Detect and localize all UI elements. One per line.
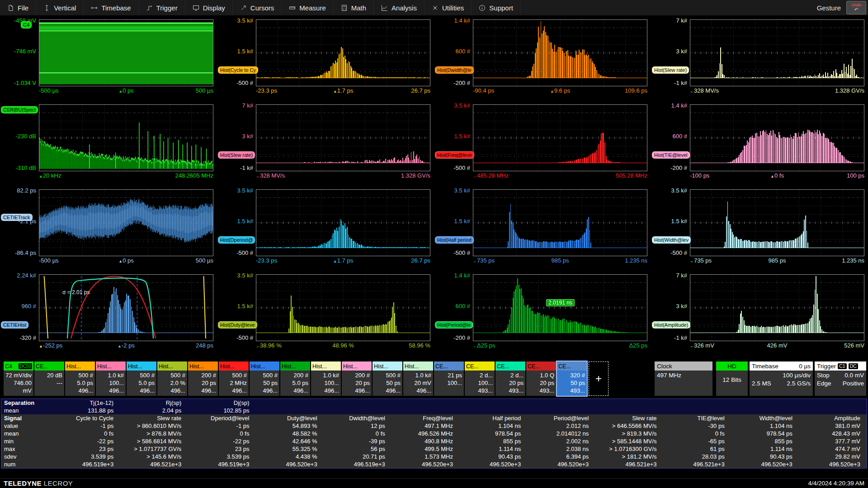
trace-badge-hist-duty[interactable]: Hist(Duty@leve (218, 321, 257, 328)
menu-cursors[interactable]: Cursors (233, 0, 282, 15)
descriptor-header: CE... (495, 361, 525, 371)
descriptor-line: 100... (97, 379, 124, 387)
descriptor-box-9[interactable]: Hist...500 #50 ps496... (250, 361, 279, 396)
descriptor-line: 500 # (220, 371, 247, 379)
menu-display[interactable]: Display (185, 0, 233, 15)
descriptor-line: 496... (220, 387, 247, 394)
descriptor-box-18[interactable]: CE...1.0 Q20 ps493... (526, 361, 556, 396)
descriptor-box-10[interactable]: Hist...200 #5.0 ps496... (280, 361, 310, 396)
descriptor-box-1[interactable]: C4DC5072 mV/div746.00 mV (4, 361, 33, 396)
descriptor-box-7[interactable]: Hist...200 #20 ps496... (188, 361, 218, 396)
descriptor-box-13[interactable]: Hist...500 #50 ps496... (373, 361, 402, 396)
clock-header: Clock (655, 361, 712, 371)
separation-row-label: mean (1, 407, 52, 414)
descriptor-box-19[interactable]: CE...320 #50 ps493... (557, 361, 587, 396)
trace-badge-hist-cycle-to-cycle[interactable]: Hist(Cycle to Cy (218, 66, 258, 74)
descriptor-box-15[interactable]: CE...21 ps100... (434, 361, 464, 396)
signal-cell: 54.893 % (256, 422, 324, 430)
descriptor-box-12[interactable]: Hist...200 #20 ps496... (342, 361, 372, 396)
x-label-right: 1.235 ns (625, 257, 647, 264)
x-label-right: 248 ps (196, 342, 213, 349)
descriptor-box-16[interactable]: CE...2 d...100...493... (465, 361, 495, 396)
trace-badge-hist-period[interactable]: Hist(Period@le (435, 321, 473, 328)
clock-box[interactable]: Clock497 MHz (655, 361, 712, 396)
plot-area-hist-slew-rate-2 (256, 104, 430, 171)
plot-area-hist-slew-rate-1 (690, 19, 864, 86)
coupling-badge: DC50 (19, 363, 32, 369)
descriptor-box-5[interactable]: Hist...500 #5.0 ps496... (127, 361, 156, 396)
x-label-left: -90.4 ps (473, 87, 494, 94)
descriptor-header: Hist... (157, 361, 187, 371)
descriptor-header: Hist... (188, 361, 218, 371)
signal-col-header: Half period (459, 414, 527, 422)
trace-badge-cer-bu-spect[interactable]: CER|BU|Spect (1, 106, 38, 113)
signal-cell: 496.519e+3 (188, 460, 255, 468)
x-axis-labels: ←Δ25 psΔ25 ps (473, 342, 647, 351)
descriptor-line: 500 # (250, 371, 278, 379)
trace-badge-hist-slew-rate-2[interactable]: Hist(Slew rate) (218, 151, 255, 159)
trace-badge-ce-tie-track[interactable]: CETIETrack (1, 214, 33, 221)
menu-measure[interactable]: Measure (282, 0, 333, 15)
trace-badge-hist-freq[interactable]: Hist(Freq@leve (435, 151, 474, 159)
trace-badge-hist-dperiod[interactable]: Hist(Dperiod@ (218, 236, 255, 244)
descriptor-values: 500 #2 MHz496... (219, 371, 249, 396)
trace-badge-hist-half-period[interactable]: Hist(Half period (435, 236, 474, 244)
trace-badge-hist-dwidth[interactable]: Hist(Dwidth@le (435, 66, 474, 74)
descriptor-box-14[interactable]: Hist...1.0 k#20 mV496... (403, 361, 433, 396)
trace-badge-hist-width[interactable]: Hist(Width@lev (652, 236, 691, 244)
menu-file[interactable]: File (0, 0, 36, 15)
descriptor-box-2[interactable]: CE...20 dB--- (34, 361, 64, 396)
menu-math[interactable]: Math (334, 0, 374, 15)
descriptor-line: 20 ps (343, 379, 370, 387)
add-trace-button[interactable]: + (589, 361, 609, 396)
descriptor-box-17[interactable]: CE...2 d...20 ps493... (495, 361, 525, 396)
x-label-right: 500 µs (196, 257, 213, 264)
y-axis-label: -500 # (217, 250, 253, 256)
plot-hist-width: 3.5 k#1.5 k#-500 #Hist(Width@lev←735 ps9… (651, 186, 868, 271)
cursors-icon (240, 5, 247, 11)
plot-svg-hist-slew-rate-1 (690, 19, 864, 86)
descriptor-box-11[interactable]: Hist...1.0 k#100...496... (311, 361, 341, 396)
menu-timebase[interactable]: Timebase (84, 0, 138, 15)
menu-analysis[interactable]: Analysis (374, 0, 425, 15)
descriptor-box-8[interactable]: Hist...500 #2 MHz496... (219, 361, 249, 396)
y-axis-label: -230 dB (0, 133, 36, 140)
y-axis-label: -200 # (434, 80, 470, 86)
trace-badge-hist-amplitude[interactable]: Hist(Amplitude) (652, 321, 690, 328)
trace-badge-ce-tie-hist[interactable]: CETIEHist (1, 321, 28, 328)
descriptor-box-6[interactable]: Hist...500 #2.0 %496... (157, 361, 187, 396)
signal-cell: > 181.2 MV/s (595, 453, 663, 460)
y-axis-label: 7 k# (217, 103, 253, 109)
trigger-box[interactable]: TriggerC1DCStop0.0 mV EdgePositive (815, 361, 866, 396)
separation-col-header (663, 399, 731, 407)
menu-support[interactable]: Support (472, 0, 521, 15)
descriptor-line: 493... (527, 387, 554, 394)
x-label-left: -23.3 ps (256, 257, 277, 264)
support-icon (479, 5, 486, 11)
signal-cell: 48.582 % (256, 430, 324, 437)
descriptor-header: Hist... (65, 361, 95, 371)
signal-cell: 0 fs (663, 430, 731, 437)
hd-box[interactable]: HD12 Bits (716, 361, 748, 396)
separation-value (799, 407, 867, 414)
trace-badge-hist-slew-rate-1[interactable]: Hist(Slew rate) (652, 66, 689, 74)
trace-badge-hist-tie[interactable]: Hist(TIE@level (652, 151, 690, 159)
descriptor-name: Hist... (189, 363, 204, 370)
descriptor-box-4[interactable]: Hist...1.0 k#100...496... (96, 361, 126, 396)
descriptor-line: 1.0 k# (404, 371, 431, 379)
undo-button[interactable]: Undo ↶ (846, 1, 866, 14)
separation-col-header: Tj(1e-12) (52, 399, 120, 407)
menu-vertical[interactable]: Vertical (36, 0, 84, 15)
descriptor-line: 496... (281, 387, 308, 394)
x-label-left: ←Δ25 ps (473, 342, 495, 349)
trace-badge-c4-waveform[interactable]: C4 (21, 21, 32, 28)
x-axis-labels: ←735 ps985 ps1.235 ns (690, 257, 864, 266)
descriptor-box-3[interactable]: Hist...500 #5.0 ps496... (65, 361, 95, 396)
menu-trigger[interactable]: Trigger (139, 0, 185, 15)
descriptor-values: 500 #5.0 ps496... (127, 371, 156, 396)
timebase-box[interactable]: Timebase0 µs100 µs/div 2.5 MS2.5 GS/s (750, 361, 813, 396)
trigger-header: TriggerC1DC (815, 361, 866, 371)
menu-utilities[interactable]: Utilities (425, 0, 472, 15)
x-label-right: 26.7 ps (411, 257, 430, 264)
y-axis-label: 3.5 k# (434, 188, 470, 194)
